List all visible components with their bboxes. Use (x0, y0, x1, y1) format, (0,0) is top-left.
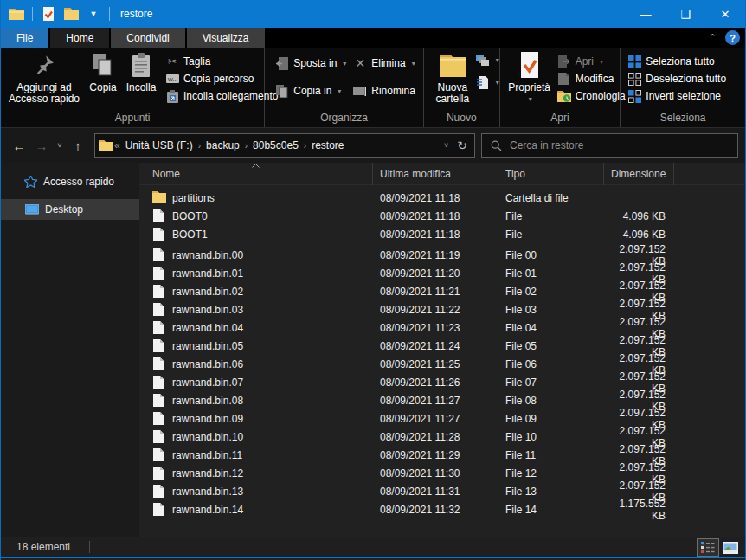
ribbon-group-organize: Sposta in ▾ Copia in ▾ ✕ Elimina ▾ Rinom… (265, 48, 424, 127)
file-modified: 08/09/2021 11:23 (373, 322, 498, 334)
table-row[interactable]: rawnand.bin.0908/09/2021 11:27File 092.0… (139, 407, 746, 425)
file-name: rawnand.bin.07 (172, 377, 243, 389)
table-row[interactable]: BOOT108/09/2021 11:18File4.096 KB (139, 225, 746, 243)
recent-locations-chevron-icon[interactable]: ˅ (53, 134, 67, 157)
file-modified: 08/09/2021 11:18 (373, 192, 498, 204)
table-row[interactable]: rawnand.bin.0708/09/2021 11:26File 072.0… (139, 370, 746, 389)
table-row[interactable]: rawnand.bin.0408/09/2021 11:23File 042.0… (139, 316, 746, 334)
table-row[interactable]: partitions08/09/2021 11:18Cartella di fi… (139, 189, 746, 207)
deselect-all-button[interactable]: Deseleziona tutto (627, 70, 726, 87)
new-folder-button[interactable]: Nuova cartella (431, 50, 474, 105)
move-to-button[interactable]: Sposta in ▾ (275, 55, 346, 72)
column-headers: Nome Ultima modifica Tipo Dimensione (139, 163, 746, 185)
file-name: rawnand.bin.08 (172, 395, 243, 407)
group-label-new: Nuovo (424, 112, 499, 124)
file-name: rawnand.bin.03 (172, 304, 243, 316)
help-icon[interactable]: ? (725, 30, 740, 45)
table-row[interactable]: rawnand.bin.1308/09/2021 11:31File 132.0… (139, 480, 746, 498)
rename-button[interactable]: Rinomina (353, 82, 415, 100)
history-icon (557, 89, 571, 103)
breadcrumb-item-drive[interactable]: Unità USB (F:) (122, 139, 196, 151)
table-row[interactable]: rawnand.bin.1008/09/2021 11:28File 102.0… (139, 425, 746, 443)
up-button[interactable]: ↑ (67, 134, 89, 157)
paste-shortcut-button[interactable]: Incolla collegamento (165, 87, 278, 105)
search-box[interactable]: Cerca in restore (481, 133, 738, 158)
file-name: rawnand.bin.12 (172, 467, 243, 480)
file-modified: 08/09/2021 11:19 (373, 249, 498, 261)
sidebar-item-quick-access[interactable]: Accesso rapido (1, 171, 139, 192)
details-view-button[interactable] (697, 538, 719, 557)
back-button[interactable]: ← (8, 134, 30, 157)
new-item-button[interactable]: ▾ (476, 74, 499, 91)
breadcrumb-item-backup[interactable]: backup (203, 139, 243, 151)
file-type: File 12 (498, 467, 604, 480)
column-header-modified[interactable]: Ultima modifica (373, 163, 498, 185)
cut-button[interactable]: ✂ Taglia (165, 53, 210, 70)
paste-button[interactable]: Incolla (122, 50, 160, 93)
breadcrumb-overflow[interactable]: « (113, 139, 122, 151)
ribbon-group-clipboard: Aggiungi ad Accesso rapido Copia Incolla… (1, 48, 265, 127)
copy-to-button[interactable]: Copia in ▾ (275, 82, 341, 100)
properties-button[interactable]: Proprietà ▾ (507, 50, 552, 105)
table-row[interactable]: rawnand.bin.0008/09/2021 11:19File 002.0… (139, 243, 746, 261)
file-modified: 08/09/2021 11:21 (373, 286, 498, 298)
invert-selection-button[interactable]: Inverti selezione (627, 87, 721, 105)
qat-customize-chevron-icon[interactable]: ▼ (85, 5, 102, 23)
copy-path-button[interactable]: w.. Copia percorso (165, 70, 254, 87)
collapse-ribbon-icon[interactable]: ⌃ (709, 32, 717, 43)
easy-access-button[interactable]: ▾ (476, 51, 499, 68)
copy-button[interactable]: Copia (86, 50, 120, 93)
sort-ascending-icon (252, 164, 260, 168)
file-type: File 07 (498, 377, 604, 389)
edit-button[interactable]: Modifica (557, 70, 614, 87)
divider (89, 541, 90, 553)
table-row[interactable]: rawnand.bin.0108/09/2021 11:20File 012.0… (139, 261, 746, 280)
tab-home[interactable]: Home (50, 28, 109, 48)
thumbnails-view-button[interactable] (719, 538, 742, 557)
minimize-button[interactable]: — (626, 0, 666, 28)
breadcrumb-item-restore[interactable]: restore (308, 139, 347, 151)
tab-visualizza[interactable]: Visualizza (187, 28, 265, 48)
table-row[interactable]: rawnand.bin.0208/09/2021 11:21File 022.0… (139, 280, 746, 298)
file-type: File 03 (498, 304, 604, 316)
qat-new-folder-button[interactable] (62, 5, 80, 23)
file-modified: 08/09/2021 11:24 (373, 340, 498, 352)
address-dropdown-chevron-icon[interactable]: ˅ (444, 141, 448, 150)
edit-icon (557, 72, 571, 86)
table-row[interactable]: rawnand.bin.0608/09/2021 11:25File 062.0… (139, 352, 746, 370)
column-header-size[interactable]: Dimensione (604, 163, 674, 185)
forward-button[interactable]: → (30, 134, 53, 157)
table-row[interactable]: BOOT008/09/2021 11:18File4.096 KB (139, 207, 746, 225)
table-row[interactable]: rawnand.bin.1108/09/2021 11:29File 112.0… (139, 443, 746, 461)
table-row[interactable]: rawnand.bin.0308/09/2021 11:22File 032.0… (139, 298, 746, 316)
history-button[interactable]: Cronologia (557, 87, 626, 105)
sidebar-item-desktop[interactable]: Desktop (1, 199, 139, 220)
file-modified: 08/09/2021 11:27 (373, 413, 498, 425)
file-icon (152, 503, 166, 517)
refresh-icon[interactable]: ↻ (457, 138, 467, 152)
file-type: File (498, 210, 604, 222)
file-icon (152, 339, 166, 353)
file-name: BOOT1 (172, 229, 208, 241)
table-row[interactable]: rawnand.bin.0808/09/2021 11:27File 082.0… (139, 389, 746, 407)
table-row[interactable]: rawnand.bin.1408/09/2021 11:32File 141.1… (139, 498, 746, 516)
delete-button[interactable]: ✕ Elimina ▾ (353, 55, 415, 72)
file-icon (152, 485, 166, 499)
table-row[interactable]: rawnand.bin.0508/09/2021 11:24File 052.0… (139, 334, 746, 352)
file-size: 4.096 KB (604, 210, 674, 222)
table-row[interactable]: rawnand.bin.1208/09/2021 11:30File 122.0… (139, 461, 746, 480)
content-area: Accesso rapido Desktop Nome Ultima modif… (1, 163, 745, 537)
tab-file[interactable]: File (1, 28, 48, 48)
open-button[interactable]: Apri ▾ (557, 53, 603, 70)
tab-condividi[interactable]: Condividi (111, 28, 184, 48)
close-button[interactable]: ✕ (705, 0, 745, 28)
file-icon (152, 376, 166, 389)
column-header-type[interactable]: Tipo (498, 163, 604, 185)
address-bar[interactable]: « Unità USB (F:) › backup › 80b5c0e5 › r… (94, 133, 475, 158)
pin-to-quick-access-button[interactable]: Aggiungi ad Accesso rapido (6, 50, 82, 105)
maximize-button[interactable]: ❑ (666, 0, 705, 28)
select-all-button[interactable]: Seleziona tutto (627, 53, 714, 70)
chevron-right-icon: › (302, 141, 308, 151)
qat-properties-button[interactable] (40, 5, 57, 23)
breadcrumb-item-80b5c0e5[interactable]: 80b5c0e5 (249, 139, 302, 151)
